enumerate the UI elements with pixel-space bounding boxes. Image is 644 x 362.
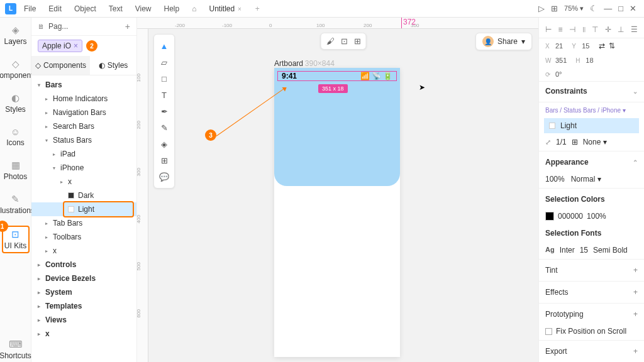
export-section[interactable]: Export+ bbox=[539, 342, 644, 361]
menu-text[interactable]: Text bbox=[104, 2, 128, 16]
canvas[interactable]: ▲ ▱ □ T ✒ ✎ ◈ ⊞ 💬 🖌 ⊡ ⊞ 👤 Share ▾ Artboa… bbox=[148, 29, 538, 362]
tool-component[interactable]: ◈ bbox=[155, 136, 173, 151]
plus-icon[interactable]: + bbox=[633, 347, 638, 356]
plus-icon[interactable]: + bbox=[633, 288, 638, 297]
tool-pen[interactable]: ✒ bbox=[155, 104, 173, 119]
tool-text[interactable]: T bbox=[155, 87, 173, 102]
minimize-icon[interactable]: — bbox=[604, 4, 612, 13]
canvas-area[interactable]: -200 -100 0 100 200 300 372 100 200 300 … bbox=[137, 18, 538, 362]
flip-v-icon[interactable]: ⇅ bbox=[609, 41, 615, 50]
align-v-icon[interactable]: ⊞ bbox=[354, 36, 361, 46]
distribute-v-icon[interactable]: ☰ bbox=[631, 25, 638, 34]
home-icon[interactable]: ⌂ bbox=[187, 2, 201, 16]
moon-icon[interactable]: ☾ bbox=[590, 4, 597, 13]
tree-dark[interactable]: Dark bbox=[31, 189, 136, 202]
component-path[interactable]: Bars / Status Bars / iPhone ▾ bbox=[539, 104, 644, 117]
opacity-value[interactable]: 100% bbox=[545, 175, 565, 184]
tree-light[interactable]: Light bbox=[31, 202, 136, 216]
rail-components[interactable]: ◇Components bbox=[2, 57, 30, 82]
align-top-icon[interactable]: ⊤ bbox=[592, 25, 598, 34]
fix-on-scroll-row[interactable]: Fix Position on Scroll bbox=[539, 324, 644, 339]
app-logo[interactable]: L bbox=[5, 3, 16, 14]
tree-navigation-bars[interactable]: ▸Navigation Bars bbox=[31, 106, 136, 119]
tab-components[interactable]: ◇Components bbox=[31, 56, 90, 75]
maximize-icon[interactable]: □ bbox=[618, 4, 623, 13]
share-button[interactable]: 👤 Share ▾ bbox=[475, 33, 532, 50]
tree-controls[interactable]: ▸Controls bbox=[31, 258, 136, 272]
rail-styles[interactable]: ◐Styles bbox=[2, 90, 30, 116]
effects-section[interactable]: Effects+ bbox=[539, 283, 644, 302]
zoom-level[interactable]: 75% ▾ bbox=[564, 4, 584, 13]
align-right-icon[interactable]: ⊣ bbox=[569, 25, 575, 34]
prototyping-section[interactable]: Prototyping+ bbox=[539, 305, 644, 324]
brush-icon[interactable]: 🖌 bbox=[326, 36, 335, 46]
tree-x3[interactable]: ▸x bbox=[31, 327, 136, 341]
tab-add-icon[interactable]: + bbox=[249, 2, 266, 16]
plus-icon[interactable]: + bbox=[633, 310, 638, 319]
rail-layers[interactable]: ◈Layers bbox=[2, 23, 30, 48]
close-icon[interactable]: ✕ bbox=[630, 4, 636, 13]
tree-x[interactable]: ▸x bbox=[31, 175, 136, 189]
appearance-section[interactable]: Appearance⌃ bbox=[539, 153, 644, 172]
artboard-label[interactable]: Artboard 390×844 bbox=[274, 59, 335, 68]
distribute-icon[interactable]: ⫴ bbox=[582, 25, 586, 34]
grid-toggle-icon[interactable]: ⊞ bbox=[572, 138, 578, 146]
tree-templates[interactable]: ▸Templates bbox=[31, 299, 136, 313]
rail-illustrations[interactable]: ✎Illustrations bbox=[2, 192, 30, 217]
ratio-value[interactable]: 1/1 bbox=[556, 138, 567, 146]
tool-comment[interactable]: 💬 bbox=[155, 169, 173, 184]
tool-select[interactable]: ▲ bbox=[155, 38, 173, 53]
tree-system[interactable]: ▸System bbox=[31, 285, 136, 299]
align-bottom-icon[interactable]: ⊥ bbox=[618, 25, 624, 34]
tree-views[interactable]: ▸Views bbox=[31, 313, 136, 327]
font-row[interactable]: Ag Inter 15 Semi Bold bbox=[539, 243, 644, 258]
link-icon[interactable]: ⤢ bbox=[545, 138, 551, 146]
menu-object[interactable]: Object bbox=[69, 2, 101, 16]
rail-photos[interactable]: ▦Photos bbox=[2, 158, 30, 183]
tree-ipad[interactable]: ▸iPad bbox=[31, 147, 136, 161]
tree-toolbars[interactable]: ▸Toolbars bbox=[31, 230, 136, 244]
align-vcenter-icon[interactable]: ✛ bbox=[605, 25, 611, 34]
tree-status-bars[interactable]: ▾Status Bars bbox=[31, 133, 136, 147]
artboard[interactable]: 9:41 📶 📡 🔋 351 x 18 bbox=[274, 68, 400, 357]
filter-tag[interactable]: Apple iO× bbox=[38, 40, 82, 52]
tool-rectangle[interactable]: □ bbox=[155, 71, 173, 86]
tab-styles[interactable]: ◐Styles bbox=[90, 56, 136, 75]
x-value[interactable]: 21 bbox=[555, 42, 563, 50]
menu-view[interactable]: View bbox=[130, 2, 157, 16]
tree-home-indicators[interactable]: ▸Home Indicators bbox=[31, 92, 136, 106]
tab-close-icon[interactable]: × bbox=[236, 6, 242, 13]
document-tab[interactable]: Untitled × bbox=[204, 2, 246, 16]
tag-remove-icon[interactable]: × bbox=[74, 41, 78, 50]
add-page-icon[interactable]: + bbox=[125, 21, 130, 31]
tree-search-bars[interactable]: ▸Search Bars bbox=[31, 119, 136, 133]
tree-iphone[interactable]: ▾iPhone bbox=[31, 161, 136, 175]
plus-icon[interactable]: + bbox=[633, 266, 638, 275]
menu-file[interactable]: File bbox=[19, 2, 41, 16]
rail-shortcuts[interactable]: ⌨Shortcuts bbox=[2, 337, 30, 362]
page-selector[interactable]: 🗎 Pag... + bbox=[31, 18, 136, 36]
grid-icon[interactable]: ⊞ bbox=[551, 4, 558, 13]
selection-color-row[interactable]: 000000 100% bbox=[539, 209, 644, 224]
tree-bars[interactable]: ▾Bars bbox=[31, 78, 136, 92]
menu-help[interactable]: Help bbox=[159, 2, 185, 16]
align-hcenter-icon[interactable]: ≡ bbox=[558, 25, 563, 34]
tool-frame[interactable]: ▱ bbox=[155, 55, 173, 70]
rotation-value[interactable]: 0° bbox=[555, 70, 562, 78]
tint-section[interactable]: Tint+ bbox=[539, 261, 644, 280]
tree-tab-bars[interactable]: ▸Tab Bars bbox=[31, 216, 136, 230]
play-icon[interactable]: ▷ bbox=[538, 4, 545, 13]
status-bar-component[interactable]: 9:41 📶 📡 🔋 bbox=[277, 71, 397, 81]
h-value[interactable]: 18 bbox=[586, 57, 593, 64]
tree-device-bezels[interactable]: ▸Device Bezels bbox=[31, 272, 136, 285]
grid-none[interactable]: None ▾ bbox=[583, 138, 607, 146]
checkbox-icon[interactable] bbox=[545, 328, 552, 335]
constraints-section[interactable]: Constraints⌄ bbox=[539, 82, 644, 101]
rail-icons[interactable]: ☺Icons bbox=[2, 124, 30, 149]
flip-h-icon[interactable]: ⇄ bbox=[599, 41, 605, 50]
tree-x2[interactable]: ▸x bbox=[31, 244, 136, 258]
menu-edit[interactable]: Edit bbox=[43, 2, 67, 16]
align-h-icon[interactable]: ⊡ bbox=[341, 36, 348, 46]
blend-mode[interactable]: Normal ▾ bbox=[571, 175, 601, 184]
y-value[interactable]: 15 bbox=[582, 42, 589, 50]
